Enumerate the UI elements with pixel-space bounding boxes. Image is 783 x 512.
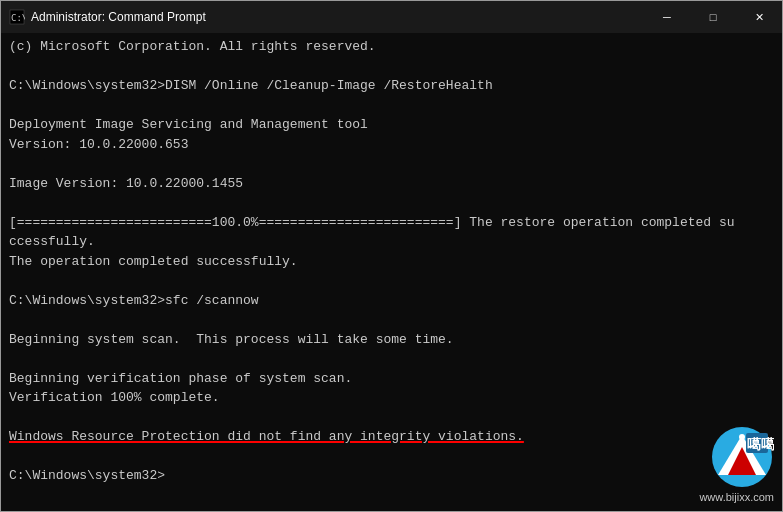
app-icon: C:\ bbox=[9, 9, 25, 25]
line-dism2: Version: 10.0.22000.653 bbox=[9, 137, 188, 152]
line-dism1: Deployment Image Servicing and Managemen… bbox=[9, 117, 368, 132]
terminal-output: (c) Microsoft Corporation. All rights re… bbox=[9, 37, 774, 486]
minimize-button[interactable]: ─ bbox=[644, 1, 690, 33]
close-button[interactable]: ✕ bbox=[736, 1, 782, 33]
maximize-button[interactable]: □ bbox=[690, 1, 736, 33]
watermark-url: www.bijixx.com bbox=[699, 491, 774, 503]
line-scan1: Beginning system scan. This process will… bbox=[9, 332, 454, 347]
the-word: The bbox=[469, 215, 492, 230]
line-scan2: Beginning verification phase of system s… bbox=[9, 371, 352, 386]
svg-text:C:\: C:\ bbox=[11, 13, 25, 23]
line-cmd2: C:\Windows\system32>sfc /scannow bbox=[9, 293, 259, 308]
window-controls: ─ □ ✕ bbox=[644, 1, 782, 33]
line-cmd1: C:\Windows\system32>DISM /Online /Cleanu… bbox=[9, 78, 493, 93]
line-verify: Verification 100% complete. bbox=[9, 390, 220, 405]
titlebar: C:\ Administrator: Command Prompt ─ □ ✕ bbox=[1, 1, 782, 33]
line-success: The operation completed successfully. bbox=[9, 254, 298, 269]
line-1: (c) Microsoft Corporation. All rights re… bbox=[9, 39, 376, 54]
svg-text:噶噶: 噶噶 bbox=[747, 437, 774, 452]
window: C:\ Administrator: Command Prompt ─ □ ✕ … bbox=[0, 0, 783, 512]
watermark: 噶噶 www.bijixx.com bbox=[699, 425, 774, 503]
line-prompt: C:\Windows\system32> bbox=[9, 468, 165, 483]
terminal-body[interactable]: (c) Microsoft Corporation. All rights re… bbox=[1, 33, 782, 511]
integrity-line: Windows Resource Protection did not find… bbox=[9, 429, 524, 444]
svg-point-5 bbox=[739, 434, 745, 440]
line-imgver: Image Version: 10.0.22000.1455 bbox=[9, 176, 243, 191]
watermark-logo-icon: 噶噶 bbox=[710, 425, 774, 489]
line-progress: [=========================100.0%========… bbox=[9, 215, 735, 250]
